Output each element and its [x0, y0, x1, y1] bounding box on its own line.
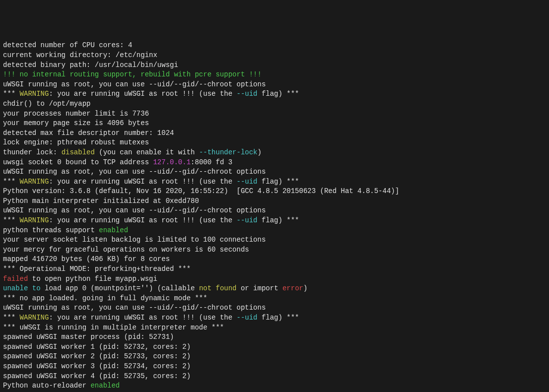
terminal-text-segment: WARNING — [20, 90, 49, 98]
terminal-text-segment: Python main interpreter initialized at 0… — [3, 197, 199, 205]
terminal-text-segment: *** Operational MODE: preforking+threade… — [3, 265, 191, 273]
terminal-text-segment: (you can enable it with — [95, 148, 199, 156]
terminal-text-segment: : you are running uWSGI as root !!! (use… — [49, 314, 236, 322]
terminal-text-segment: lock engine: pthread robust mutexes — [3, 138, 149, 146]
terminal-output: { "lines": [ {"segs":[{"t":"detected num… — [0, 0, 549, 392]
terminal-text-segment: mapped 416720 bytes (406 KB) for 8 cores — [3, 255, 170, 263]
terminal-text-segment: --uid — [236, 178, 257, 186]
terminal-text-segment: detected binary path: /usr/local/bin/uws… — [3, 61, 178, 69]
terminal-text-segment: ) — [258, 148, 262, 156]
terminal-line: !!! no internal routing support, rebuild… — [3, 70, 546, 80]
terminal-text-segment: *** uWSGI is running in multiple interpr… — [3, 324, 224, 331]
terminal-line: chdir() to /opt/myapp — [3, 99, 546, 109]
terminal-line: *** WARNING: you are running uWSGI as ro… — [3, 177, 546, 187]
terminal-text-segment: spawned uWSGI worker 4 (pid: 52735, core… — [3, 372, 191, 380]
terminal-text-segment: chdir() to /opt/myapp — [3, 100, 90, 108]
terminal-text-segment: --thunder-lock — [199, 148, 258, 156]
terminal-line: uwsgi socket 0 bound to TCP address 127.… — [3, 158, 546, 168]
terminal-line: Python version: 3.6.8 (default, Nov 16 2… — [3, 187, 546, 196]
terminal-text-segment: *** — [3, 314, 20, 322]
terminal-text-segment: to open python file myapp.wsgi — [28, 275, 157, 283]
terminal-text-segment: WARNING — [20, 314, 49, 322]
terminal-line: uWSGI running as root, you can use --uid… — [3, 167, 546, 177]
terminal-line: uWSGI running as root, you can use --uid… — [3, 303, 546, 313]
terminal-text-segment: uWSGI running as root, you can use --uid… — [3, 206, 266, 214]
terminal-line: *** WARNING: you are running uWSGI as ro… — [3, 216, 546, 226]
terminal-text-segment: or import — [237, 284, 282, 292]
terminal-line: Python auto-reloader enabled — [3, 381, 546, 391]
terminal-text-segment: --uid — [236, 314, 257, 322]
terminal-text-segment: WARNING — [20, 216, 49, 224]
terminal-text-segment: flag) *** — [258, 216, 299, 224]
terminal-line: lock engine: pthread robust mutexes — [3, 138, 546, 148]
terminal-text-segment: *** — [3, 178, 20, 186]
terminal-line: Python main interpreter initialized at 0… — [3, 196, 546, 206]
terminal-text-segment: Python auto-reloader — [3, 382, 90, 390]
terminal-text-segment: spawned uWSGI worker 2 (pid: 52733, core… — [3, 352, 191, 360]
terminal-line: unable to load app 0 (mountpoint='') (ca… — [3, 284, 546, 294]
terminal-text-segment: your memory page size is 4096 bytes — [3, 119, 149, 127]
terminal-line: your memory page size is 4096 bytes — [3, 119, 546, 129]
terminal-text-segment: :8000 fd 3 — [191, 158, 232, 166]
terminal-text-segment: --uid — [236, 216, 257, 224]
terminal-line: failed to open python file myapp.wsgi — [3, 274, 546, 284]
terminal-text-segment: : you are running uWSGI as root !!! (use… — [49, 90, 236, 98]
terminal-text-segment: your server socket listen backlog is lim… — [3, 236, 266, 244]
terminal-text-segment: Python version: 3.6.8 (default, Nov 16 2… — [3, 187, 399, 195]
terminal-text-segment: detected number of CPU cores: 4 — [3, 41, 132, 49]
terminal-text-segment: uWSGI running as root, you can use --uid… — [3, 304, 266, 312]
terminal-text-segment: --uid — [236, 90, 257, 98]
terminal-text-segment: your mercy for graceful operations on wo… — [3, 246, 249, 254]
terminal-text-segment: detected max file descriptor number: 102… — [3, 129, 174, 137]
terminal-text-segment: uWSGI running as root, you can use --uid… — [3, 168, 266, 176]
terminal-line: spawned uWSGI worker 3 (pid: 52734, core… — [3, 362, 546, 372]
terminal-text-segment: WARNING — [20, 178, 49, 186]
terminal-text-segment: load app 0 (mountpoint='') (callable — [41, 284, 199, 292]
terminal-text-segment: thunder lock: — [3, 148, 62, 156]
terminal-text-segment: python threads support — [3, 226, 99, 234]
terminal-text-segment: flag) *** — [258, 178, 299, 186]
terminal-text-segment: : you are running uWSGI as root !!! (use… — [49, 178, 236, 186]
terminal-line: spawned uWSGI worker 2 (pid: 52733, core… — [3, 352, 546, 362]
terminal-line: current working directory: /etc/nginx — [3, 51, 546, 61]
terminal-line: *** uWSGI is running in multiple interpr… — [3, 323, 546, 333]
terminal-text-segment: unable to — [3, 284, 41, 292]
terminal-line: python threads support enabled — [3, 226, 546, 236]
terminal-text-segment: !!! no internal routing support, rebuild… — [3, 70, 262, 78]
terminal-text-segment: not found — [199, 284, 237, 292]
terminal-line: uWSGI running as root, you can use --uid… — [3, 206, 546, 216]
terminal-line: your server socket listen backlog is lim… — [3, 235, 546, 245]
terminal-text-segment: : you are running uWSGI as root !!! (use… — [49, 216, 236, 224]
terminal-text-segment: *** — [3, 216, 20, 224]
terminal-line: spawned uWSGI master process (pid: 52731… — [3, 332, 546, 342]
terminal-text-segment: ) — [303, 284, 307, 292]
terminal-text-segment: spawned uWSGI worker 3 (pid: 52734, core… — [3, 362, 191, 370]
terminal-line: detected number of CPU cores: 4 — [3, 41, 546, 51]
terminal-text-segment: failed — [3, 275, 28, 283]
terminal-line: uWSGI running as root, you can use --uid… — [3, 80, 546, 90]
terminal-text-segment: spawned uWSGI worker 1 (pid: 52732, core… — [3, 343, 191, 351]
terminal-text-segment: enabled — [90, 382, 120, 390]
terminal-text-segment: *** — [3, 90, 20, 98]
terminal-line: your mercy for graceful operations on wo… — [3, 245, 546, 255]
terminal-text-segment: flag) *** — [258, 314, 299, 322]
terminal-text-segment: enabled — [99, 226, 128, 234]
terminal-text-segment: 127.0.0.1 — [153, 158, 191, 166]
terminal-line: *** no app loaded. going in full dynamic… — [3, 294, 546, 304]
terminal-text-segment: disabled — [62, 148, 95, 156]
terminal-line: detected binary path: /usr/local/bin/uws… — [3, 61, 546, 70]
terminal-line: *** WARNING: you are running uWSGI as ro… — [3, 313, 546, 323]
terminal-text-segment: uWSGI running as root, you can use --uid… — [3, 80, 266, 88]
terminal-text-segment: error — [282, 284, 303, 292]
terminal-text-segment: *** no app loaded. going in full dynamic… — [3, 294, 207, 302]
terminal-line: *** Operational MODE: preforking+threade… — [3, 264, 546, 274]
terminal-line: your processes number limit is 7736 — [3, 109, 546, 119]
terminal-line: thunder lock: disabled (you can enable i… — [3, 148, 546, 158]
terminal-text-segment: spawned uWSGI master process (pid: 52731… — [3, 333, 174, 341]
terminal-text-segment: current working directory: /etc/nginx — [3, 51, 157, 59]
terminal-line: spawned uWSGI worker 1 (pid: 52732, core… — [3, 342, 546, 352]
terminal-line: detected max file descriptor number: 102… — [3, 129, 546, 138]
terminal-text-segment: flag) *** — [258, 90, 299, 98]
terminal-lines: detected number of CPU cores: 4current w… — [3, 41, 546, 392]
terminal-line: mapped 416720 bytes (406 KB) for 8 cores — [3, 255, 546, 264]
